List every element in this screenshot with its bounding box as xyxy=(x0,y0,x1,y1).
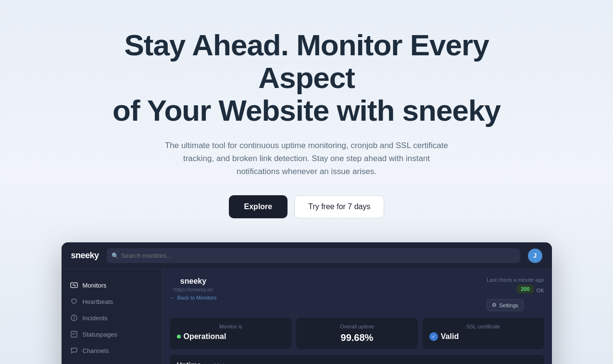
stat-uptime: Overall uptime 99.68% xyxy=(296,318,418,349)
uptime-section: Uptime last 90 days xyxy=(170,355,544,364)
stat-operational: Monitor is Operational xyxy=(170,318,292,349)
back-to-monitors[interactable]: ← Back to Monitors xyxy=(170,295,217,301)
sidebar-label-statuspages: Statuspages xyxy=(83,331,117,338)
monitor-info: sneeky https://sneeky.io/ ← Back to Moni… xyxy=(170,277,217,301)
dashboard-preview: sneeky 🔍 J Monitors Heartbeats xyxy=(62,242,552,364)
sidebar-item-monitors[interactable]: Monitors xyxy=(62,277,162,293)
sidebar-label-monitors: Monitors xyxy=(83,282,107,289)
dashboard-logo: sneeky xyxy=(71,251,99,261)
ssl-status: ✓ Valid xyxy=(429,332,538,341)
search-wrap: 🔍 xyxy=(107,248,520,263)
status-200-badge: 200 xyxy=(517,285,533,293)
settings-button[interactable]: ⚙ Settings xyxy=(487,299,524,311)
stat-ssl: SSL certificate ✓ Valid xyxy=(423,318,544,349)
sidebar-label-channels: Channels xyxy=(83,347,109,354)
last-check-text: Last check a minute ago xyxy=(487,277,544,283)
hero-section: Stay Ahead. Monitor Every Aspect of Your… xyxy=(0,0,613,364)
hero-title: Stay Ahead. Monitor Every Aspect of Your… xyxy=(90,29,523,127)
operational-status: Operational xyxy=(177,332,285,341)
monitor-header: sneeky https://sneeky.io/ ← Back to Moni… xyxy=(170,277,544,311)
sidebar: Monitors Heartbeats Incidents Statuspage… xyxy=(62,269,163,364)
monitor-url: https://sneeky.io/ xyxy=(170,287,217,292)
dashboard-main: Monitors Heartbeats Incidents Statuspage… xyxy=(62,269,552,364)
shield-check-icon: ✓ xyxy=(429,332,438,341)
green-dot-icon xyxy=(177,335,181,339)
try-free-button[interactable]: Try free for 7 days xyxy=(294,195,384,218)
sidebar-item-statuspages[interactable]: Statuspages xyxy=(62,326,162,342)
arrow-left-icon: ← xyxy=(170,295,175,301)
sidebar-section-adminpanel: Adminpanel xyxy=(62,359,162,364)
stats-row: Monitor is Operational Overall uptime 99… xyxy=(170,318,544,349)
monitor-name: sneeky xyxy=(170,277,217,286)
monitor-content: sneeky https://sneeky.io/ ← Back to Moni… xyxy=(163,269,552,364)
sidebar-label-incidents: Incidents xyxy=(83,314,108,322)
hero-buttons: Explore Try free for 7 days xyxy=(10,195,603,218)
sidebar-item-channels[interactable]: Channels xyxy=(62,342,162,359)
search-icon: 🔍 xyxy=(112,252,119,259)
sidebar-item-heartbeats[interactable]: Heartbeats xyxy=(62,293,162,310)
explore-button[interactable]: Explore xyxy=(229,195,288,218)
status-code: 200 xyxy=(521,286,529,292)
avatar: J xyxy=(528,249,542,263)
hero-subtitle: The ultimate tool for continuous uptime … xyxy=(163,139,451,178)
sidebar-item-incidents[interactable]: Incidents xyxy=(62,310,162,326)
gear-icon: ⚙ xyxy=(492,302,497,308)
uptime-header: Uptime last 90 days xyxy=(177,361,538,364)
status-ok-text: OK xyxy=(537,288,544,293)
dashboard-topbar: sneeky 🔍 J xyxy=(62,242,552,269)
sidebar-label-heartbeats: Heartbeats xyxy=(83,298,113,305)
monitor-status-area: Last check a minute ago 200 OK ⚙ Setting… xyxy=(487,277,544,311)
search-input[interactable] xyxy=(107,248,520,263)
